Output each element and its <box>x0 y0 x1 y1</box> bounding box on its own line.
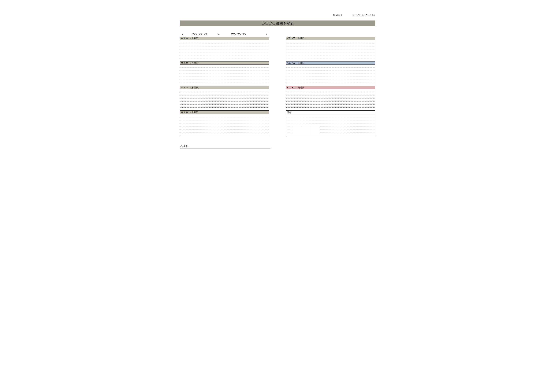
page-title: 〇〇〇〇週間予定表 <box>180 21 375 26</box>
entry-line[interactable] <box>180 129 269 132</box>
day-header: XX / XX （木曜日） <box>180 111 269 114</box>
entry-line[interactable] <box>286 43 375 46</box>
range-close-paren: ） <box>266 33 268 36</box>
left-column: XX / XX （月曜日）XX / XX （火曜日）XX / XX （水曜日）X… <box>180 37 269 135</box>
entry-line[interactable] <box>286 58 375 61</box>
entry-line[interactable] <box>286 98 375 102</box>
notes-header: 備考 <box>286 111 375 114</box>
entry-line[interactable] <box>180 77 269 80</box>
stamp-right-pad <box>320 126 375 135</box>
entry-line[interactable] <box>180 68 269 71</box>
entry-line[interactable] <box>286 77 375 80</box>
meta-top: 作成日： 〇〇年〇〇月〇〇日 <box>164 13 391 21</box>
entry-line[interactable] <box>286 83 375 86</box>
entry-line[interactable] <box>180 40 269 43</box>
day-block: XX / XX （木曜日） <box>180 111 269 135</box>
day-lines <box>180 114 269 135</box>
day-lines <box>180 65 269 86</box>
stamp-boxes <box>293 126 320 135</box>
day-lines <box>286 89 375 111</box>
entry-line[interactable] <box>286 89 375 92</box>
day-header: XX / XX （水曜日） <box>180 86 269 89</box>
notes-block: 備考 <box>286 111 375 135</box>
day-lines <box>180 40 269 61</box>
entry-line[interactable] <box>286 108 375 111</box>
day-block: XX / XX （火曜日） <box>180 61 269 86</box>
day-block: XX / XX （水曜日） <box>180 86 269 111</box>
entry-line[interactable] <box>180 108 269 111</box>
entry-line[interactable] <box>180 43 269 46</box>
notes-line[interactable] <box>286 123 375 126</box>
notes-line[interactable] <box>320 132 375 135</box>
notes-line[interactable] <box>286 126 293 129</box>
entry-line[interactable] <box>286 80 375 83</box>
day-block: XX / XX （土曜日） <box>286 61 375 86</box>
entry-line[interactable] <box>180 95 269 98</box>
entry-line[interactable] <box>286 40 375 43</box>
entry-line[interactable] <box>180 89 269 92</box>
day-header: XX / XX （土曜日） <box>286 61 375 65</box>
entry-line[interactable] <box>180 74 269 77</box>
notes-line[interactable] <box>286 114 375 117</box>
day-block: XX / XX （日曜日） <box>286 86 375 111</box>
entry-line[interactable] <box>180 49 269 52</box>
notes-line[interactable] <box>320 126 375 129</box>
notes-line[interactable] <box>286 129 293 132</box>
notes-lines <box>286 114 375 126</box>
entry-line[interactable] <box>286 92 375 95</box>
entry-line[interactable] <box>180 126 269 129</box>
entry-line[interactable] <box>180 58 269 61</box>
stamp-box[interactable] <box>302 126 311 135</box>
notes-line[interactable] <box>286 132 293 135</box>
day-header: XX / XX （月曜日） <box>180 37 269 40</box>
stamp-box[interactable] <box>311 126 320 135</box>
entry-line[interactable] <box>180 55 269 58</box>
entry-line[interactable] <box>180 65 269 68</box>
day-block: XX / XX （金曜日） <box>286 37 375 61</box>
range-separator: ～ <box>215 33 223 36</box>
day-lines <box>180 89 269 111</box>
day-header: XX / XX （火曜日） <box>180 61 269 65</box>
range-open-paren: （ <box>181 33 183 36</box>
day-lines <box>286 65 375 86</box>
notes-line[interactable] <box>286 117 375 120</box>
stamp-box[interactable] <box>293 126 302 135</box>
entry-line[interactable] <box>180 98 269 102</box>
author-row: 作成者： <box>180 145 270 149</box>
entry-line[interactable] <box>180 132 269 135</box>
entry-line[interactable] <box>180 83 269 86</box>
range-end-date: 20XX / XX / XX <box>223 33 254 36</box>
day-block: XX / XX （月曜日） <box>180 37 269 61</box>
entry-line[interactable] <box>180 52 269 55</box>
entry-line[interactable] <box>286 65 375 68</box>
entry-line[interactable] <box>180 92 269 95</box>
entry-line[interactable] <box>180 114 269 117</box>
entry-line[interactable] <box>180 120 269 123</box>
entry-line[interactable] <box>180 123 269 126</box>
notes-line[interactable] <box>320 129 375 132</box>
entry-line[interactable] <box>286 46 375 49</box>
entry-line[interactable] <box>180 105 269 108</box>
entry-line[interactable] <box>286 95 375 98</box>
entry-line[interactable] <box>286 71 375 74</box>
entry-line[interactable] <box>286 52 375 55</box>
notes-line[interactable] <box>286 120 375 123</box>
entry-line[interactable] <box>180 117 269 120</box>
entry-line[interactable] <box>286 105 375 108</box>
entry-line[interactable] <box>286 102 375 105</box>
date-range: （ 20XX / XX / XX ～ 20XX / XX / XX ） <box>180 33 270 37</box>
entry-line[interactable] <box>286 49 375 52</box>
created-date-label: 作成日： <box>333 13 343 17</box>
right-column: XX / XX （金曜日）XX / XX （土曜日）XX / XX （日曜日）備… <box>286 37 375 135</box>
entry-line[interactable] <box>286 68 375 71</box>
entry-line[interactable] <box>180 80 269 83</box>
day-header: XX / XX （日曜日） <box>286 86 375 89</box>
entry-line[interactable] <box>180 102 269 105</box>
entry-line[interactable] <box>286 55 375 58</box>
entry-line[interactable] <box>180 46 269 49</box>
day-header: XX / XX （金曜日） <box>286 37 375 40</box>
entry-line[interactable] <box>286 74 375 77</box>
stamp-left-pad <box>286 126 293 135</box>
entry-line[interactable] <box>180 71 269 74</box>
weekly-schedule-page: 作成日： 〇〇年〇〇月〇〇日 〇〇〇〇週間予定表 （ 20XX / XX / X… <box>164 0 391 156</box>
